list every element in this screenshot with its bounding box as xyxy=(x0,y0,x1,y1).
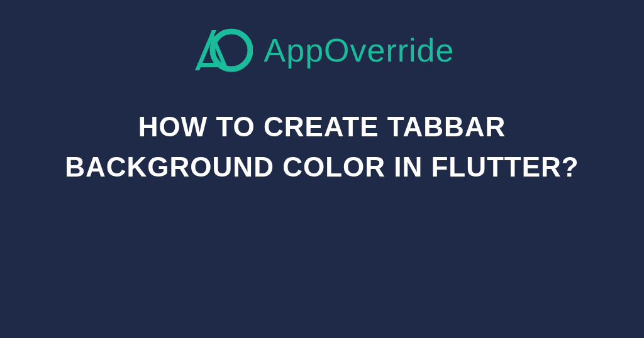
brand-logo: AppOverride xyxy=(190,25,455,75)
brand-name: AppOverride xyxy=(264,31,455,69)
page-title: HOW TO CREATE TABBAR BACKGROUND COLOR IN… xyxy=(64,107,580,187)
brand-logo-mark xyxy=(190,25,253,75)
